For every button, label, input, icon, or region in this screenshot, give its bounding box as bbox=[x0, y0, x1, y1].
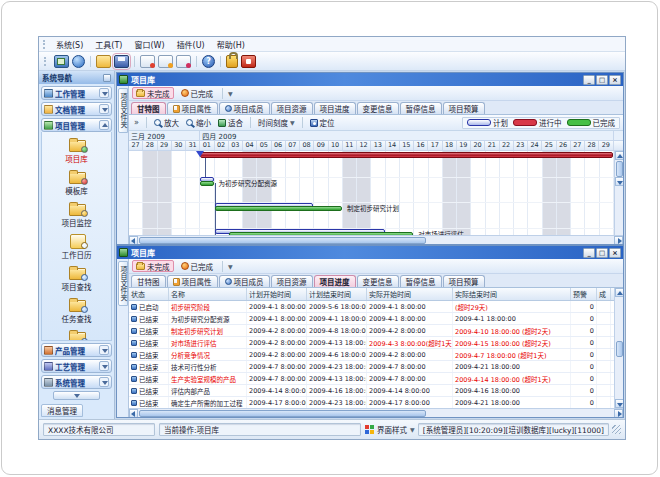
gantt-bar-inprogress[interactable] bbox=[200, 152, 613, 158]
tab-3[interactable]: 项目资源 bbox=[271, 275, 313, 287]
scroll-down-button[interactable] bbox=[615, 399, 624, 408]
sidebar-item-project-doc-search[interactable]: 项目文档查找 bbox=[42, 327, 111, 341]
menu-item-2[interactable]: 窗口(W) bbox=[128, 38, 170, 51]
time-scale-button[interactable]: 时间刻度▼ bbox=[256, 117, 297, 128]
overflow-button[interactable]: » bbox=[132, 118, 141, 127]
connect-icon[interactable] bbox=[54, 55, 69, 68]
zoom-out-button[interactable]: 缩小 bbox=[184, 117, 213, 128]
gantt-bar-actual[interactable] bbox=[215, 206, 342, 211]
sidebar-more-button[interactable] bbox=[53, 391, 100, 400]
tab-2[interactable]: 项目成员 bbox=[219, 102, 270, 114]
tab-4[interactable]: 项目进度 bbox=[314, 275, 356, 287]
tab-6[interactable]: 暂停信息 bbox=[400, 102, 442, 114]
table-row[interactable]: 已结束确定生产所需的加工过程2009-4-17 8:00:002009-4-23… bbox=[129, 397, 614, 408]
scroll-left-button[interactable] bbox=[129, 236, 138, 245]
sidebar-group-system-mgmt[interactable]: 系统管理 bbox=[41, 375, 112, 389]
sidebar-item-task-search[interactable]: 任务查找 bbox=[42, 295, 111, 327]
scroll-thumb[interactable] bbox=[616, 161, 623, 177]
table-row[interactable]: 已结束评估内部产品2009-4-14 8:00:002009-4-16 18:0… bbox=[129, 385, 614, 397]
fit-button[interactable]: 适合 bbox=[216, 117, 245, 128]
tab-message-management[interactable]: 消息管理 bbox=[41, 404, 83, 417]
sidebar-group-project-mgmt[interactable]: 项目管理 bbox=[41, 118, 112, 132]
filter-unfinished-button[interactable]: 未完成 bbox=[132, 260, 174, 272]
close-button[interactable]: × bbox=[609, 248, 621, 258]
tab-4[interactable]: 项目进度 bbox=[314, 102, 356, 114]
tab-0[interactable]: 甘特图 bbox=[131, 102, 166, 114]
web-icon[interactable] bbox=[72, 55, 85, 68]
report-icon[interactable] bbox=[140, 55, 155, 68]
close-button[interactable]: × bbox=[609, 75, 621, 85]
chevron-down-icon[interactable] bbox=[99, 361, 109, 371]
column-header-2[interactable]: 计划开始时间 bbox=[247, 288, 307, 300]
scroll-left-button[interactable] bbox=[129, 409, 138, 418]
tab-project-folder[interactable]: 项目文件夹 bbox=[118, 261, 128, 306]
menu-item-4[interactable]: 帮助(H) bbox=[211, 38, 251, 51]
sidebar-item-project-library[interactable]: 项目库 bbox=[42, 135, 111, 167]
filter-finished-button[interactable]: 已完成 bbox=[177, 260, 218, 272]
audit-icon[interactable] bbox=[158, 55, 173, 68]
window-titlebar[interactable]: 项目库_□× bbox=[117, 246, 623, 259]
table-row[interactable]: 已结束分析竞争情况2009-4-2 8:00:002009-4-6 18:00:… bbox=[129, 349, 614, 361]
column-header-3[interactable]: 计划结束时间 bbox=[307, 288, 367, 300]
interface-style-dropdown-icon[interactable]: ▼ bbox=[410, 426, 415, 433]
scroll-thumb[interactable] bbox=[616, 341, 623, 357]
table-row[interactable]: 已结束技术可行性分析2009-4-7 8:00:002009-4-23 18:0… bbox=[129, 361, 614, 373]
tab-project-folder[interactable]: 项目文件夹 bbox=[118, 88, 128, 133]
plan-icon[interactable] bbox=[176, 55, 191, 68]
sidebar-group-product-mgmt[interactable]: 产品管理 bbox=[41, 343, 112, 357]
sidebar-group-work-mgmt[interactable]: 工作管理 bbox=[41, 86, 112, 100]
tab-5[interactable]: 变更信息 bbox=[357, 275, 399, 287]
open-folder-icon[interactable] bbox=[96, 55, 111, 68]
filter-unfinished-button[interactable]: 未完成 bbox=[132, 87, 174, 99]
sidebar-item-project-search[interactable]: 项目查找 bbox=[42, 263, 111, 295]
column-header-0[interactable]: 状态 bbox=[129, 288, 169, 300]
sidebar-group-process-mgmt[interactable]: 工艺管理 bbox=[41, 359, 112, 373]
scroll-right-button[interactable] bbox=[614, 409, 623, 418]
sidebar-item-work-calendar[interactable]: 工作日历 bbox=[42, 231, 111, 263]
sidebar-item-project-monitor[interactable]: 项目监控 bbox=[42, 199, 111, 231]
exit-icon[interactable] bbox=[241, 55, 256, 68]
tab-6[interactable]: 暂停信息 bbox=[400, 275, 442, 287]
gantt-bar-actual[interactable] bbox=[229, 232, 413, 235]
gantt-bar-actual[interactable] bbox=[200, 181, 213, 186]
scroll-thumb[interactable] bbox=[139, 237, 426, 244]
save-icon[interactable] bbox=[114, 55, 129, 68]
gantt-body[interactable]: 为初步研究分配资源制定初步研究计划对市场进行评估分析竞争情况技术可行性分析生产实… bbox=[129, 151, 614, 235]
lock-icon[interactable] bbox=[226, 55, 238, 68]
tab-0[interactable]: 甘特图 bbox=[131, 275, 166, 287]
chevron-up-icon[interactable] bbox=[99, 120, 109, 130]
minimize-button[interactable]: _ bbox=[583, 75, 595, 85]
sidebar-header-icon[interactable] bbox=[103, 74, 111, 82]
interface-style-label[interactable]: 界面样式 bbox=[377, 424, 407, 435]
resize-grip[interactable] bbox=[612, 425, 621, 434]
menu-item-1[interactable]: 工具(T) bbox=[89, 38, 128, 51]
vertical-scrollbar[interactable] bbox=[614, 288, 623, 408]
scroll-down-button[interactable] bbox=[615, 177, 624, 186]
column-header-6[interactable]: 预警 bbox=[571, 288, 597, 300]
tab-5[interactable]: 变更信息 bbox=[357, 102, 399, 114]
menu-item-0[interactable]: 系统(S) bbox=[50, 38, 89, 51]
locate-button[interactable]: 定位 bbox=[308, 117, 337, 128]
sidebar-group-doc-mgmt[interactable]: 文档管理 bbox=[41, 102, 112, 116]
horizontal-scrollbar[interactable] bbox=[129, 235, 623, 244]
restore-button[interactable]: □ bbox=[596, 248, 608, 258]
filter-finished-button[interactable]: 已完成 bbox=[177, 87, 218, 99]
tab-3[interactable]: 项目资源 bbox=[271, 102, 313, 114]
table-row[interactable]: 已结束对市场进行评估2009-4-2 8:00:002009-4-13 18:0… bbox=[129, 337, 614, 349]
chevron-down-icon[interactable] bbox=[99, 377, 109, 387]
more-dropdown-icon[interactable]: ▼ bbox=[228, 90, 233, 97]
scroll-up-button[interactable] bbox=[615, 288, 624, 297]
window-titlebar[interactable]: 项目库_□× bbox=[117, 73, 623, 86]
scroll-up-button[interactable] bbox=[615, 151, 624, 160]
table-row[interactable]: 已启动初步研究阶段2009-4-1 8:00:002009-5-6 18:00:… bbox=[129, 301, 614, 313]
table-row[interactable]: 已结束为初步研究分配资源2009-4-1 8:00:002009-4-1 18:… bbox=[129, 313, 614, 325]
menu-item-3[interactable]: 插件(U) bbox=[171, 38, 211, 51]
restore-button[interactable]: □ bbox=[596, 75, 608, 85]
vertical-scrollbar[interactable] bbox=[614, 151, 623, 235]
tab-2[interactable]: 项目成员 bbox=[219, 275, 270, 287]
help-icon[interactable]: ? bbox=[202, 55, 215, 68]
more-dropdown-icon[interactable]: ▼ bbox=[228, 263, 233, 270]
tab-1[interactable]: 项目属性 bbox=[167, 102, 218, 114]
chevron-down-icon[interactable] bbox=[99, 88, 109, 98]
chevron-down-icon[interactable] bbox=[99, 104, 109, 114]
